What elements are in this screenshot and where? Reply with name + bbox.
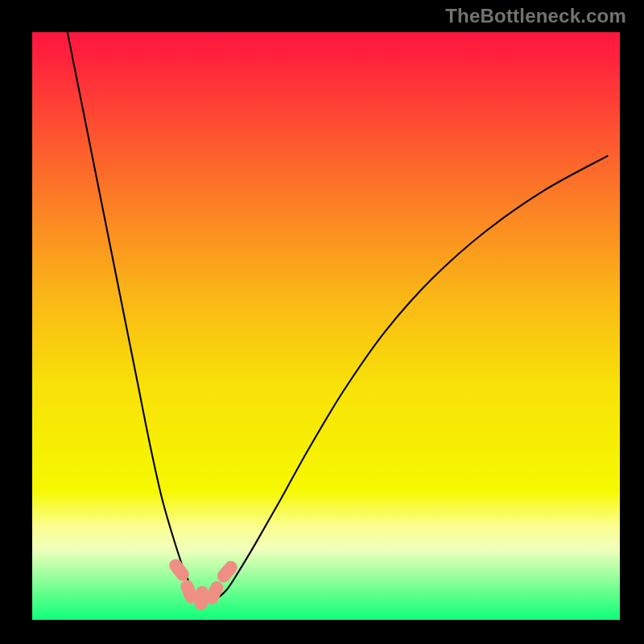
plot-area (32, 32, 620, 620)
branding-label: TheBottleneck.com (445, 5, 626, 27)
chart-frame: TheBottleneck.com (0, 0, 644, 644)
chart-svg (32, 32, 620, 620)
gradient-background (32, 32, 620, 620)
